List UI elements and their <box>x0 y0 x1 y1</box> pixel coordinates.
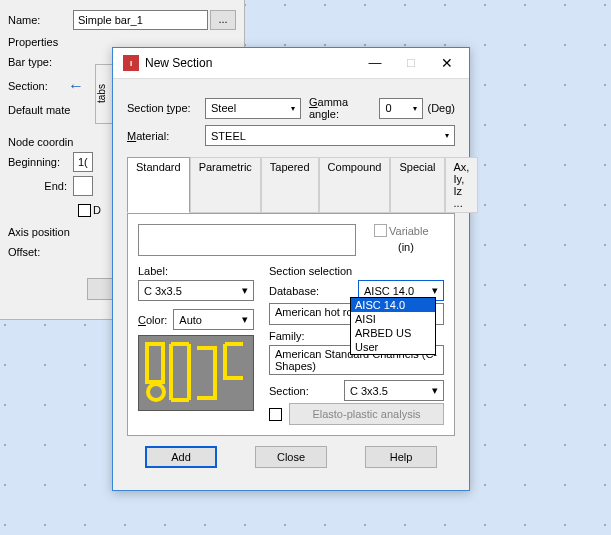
app-icon: I <box>123 55 139 71</box>
section-type-dropdown[interactable]: Steel▾ <box>205 98 301 119</box>
color-dropdown[interactable]: Auto▾ <box>173 309 254 330</box>
new-section-dialog: I New Section — □ ✕ Section type: Steel▾… <box>112 47 470 491</box>
elasto-plastic-checkbox[interactable] <box>269 408 282 421</box>
dropdown-option[interactable]: AISC 14.0 <box>351 298 435 312</box>
tab-ax-iy-iz[interactable]: Ax, Iy, Iz ... <box>445 157 479 213</box>
material-label: Material: <box>127 130 205 142</box>
maximize-button[interactable]: □ <box>393 52 429 74</box>
name-input[interactable]: Simple bar_1 <box>73 10 208 30</box>
close-button[interactable]: Close <box>255 446 327 468</box>
beginning-label: Beginning: <box>8 156 73 168</box>
default-material-label: Default mate <box>8 104 70 116</box>
variable-checkbox[interactable] <box>374 224 387 237</box>
database-label: Database: <box>269 285 358 297</box>
svg-rect-0 <box>147 344 163 382</box>
bartype-label: Bar type: <box>8 56 73 68</box>
section-dropdown[interactable]: C 3x3.5▾ <box>344 380 444 401</box>
name-browse-button[interactable]: ... <box>210 10 236 30</box>
dropdown-option[interactable]: AISI <box>351 312 435 326</box>
tabs-vertical-handle[interactable]: tabs <box>95 64 113 124</box>
units-label: (in) <box>398 241 444 253</box>
tab-parametric[interactable]: Parametric <box>190 157 261 213</box>
section-dd-label: Section: <box>269 385 344 397</box>
database-dropdown-list[interactable]: AISC 14.0 AISI ARBED US User <box>350 297 436 355</box>
chevron-down-icon: ▾ <box>432 384 438 397</box>
tab-content-standard: Variable (in) Label: C 3x3.5▾ Color: Aut… <box>127 213 455 436</box>
gamma-angle-dropdown[interactable]: 0▾ <box>379 98 423 119</box>
dialog-title: New Section <box>145 56 357 70</box>
section-type-label: Section type: <box>127 102 205 114</box>
d-checkbox[interactable] <box>78 204 91 217</box>
offset-label: Offset: <box>8 246 73 258</box>
beginning-input[interactable]: 1( <box>73 152 93 172</box>
dropdown-option[interactable]: User <box>351 340 435 354</box>
end-input[interactable] <box>73 176 93 196</box>
color-label: Color: <box>138 314 167 326</box>
tab-tapered[interactable]: Tapered <box>261 157 319 213</box>
label-label: Label: <box>138 265 254 277</box>
material-dropdown[interactable]: STEEL▾ <box>205 125 455 146</box>
shape-preview <box>138 335 254 411</box>
section-selection-heading: Section selection <box>269 265 444 277</box>
d-label: D <box>93 204 101 216</box>
dropdown-option[interactable]: ARBED US <box>351 326 435 340</box>
chevron-down-icon: ▾ <box>432 284 438 297</box>
tab-standard[interactable]: Standard <box>127 157 190 213</box>
chevron-down-icon: ▾ <box>242 284 248 297</box>
svg-point-1 <box>148 384 164 400</box>
chevron-down-icon: ▾ <box>291 104 295 113</box>
chevron-down-icon: ▾ <box>413 104 417 113</box>
titlebar[interactable]: I New Section — □ ✕ <box>113 48 469 78</box>
gamma-label: Gamma angle: <box>309 96 375 120</box>
tab-strip: Standard Parametric Tapered Compound Spe… <box>127 156 455 213</box>
gamma-unit: (Deg) <box>427 102 455 114</box>
label-dropdown[interactable]: C 3x3.5▾ <box>138 280 254 301</box>
tab-compound[interactable]: Compound <box>319 157 391 213</box>
add-button[interactable]: Add <box>145 446 217 468</box>
chevron-down-icon: ▾ <box>242 313 248 326</box>
tab-special[interactable]: Special <box>390 157 444 213</box>
back-arrow-icon[interactable]: ← <box>68 77 84 95</box>
minimize-button[interactable]: — <box>357 52 393 74</box>
variable-label: Variable <box>389 225 429 237</box>
close-window-button[interactable]: ✕ <box>429 52 465 74</box>
preview-box <box>138 224 356 256</box>
name-label: Name: <box>8 14 73 26</box>
elasto-plastic-button: Elasto-plastic analysis <box>289 403 444 425</box>
section-label: Section: <box>8 80 73 92</box>
end-label: End: <box>8 180 73 192</box>
help-button[interactable]: Help <box>365 446 437 468</box>
chevron-down-icon: ▾ <box>445 131 449 140</box>
